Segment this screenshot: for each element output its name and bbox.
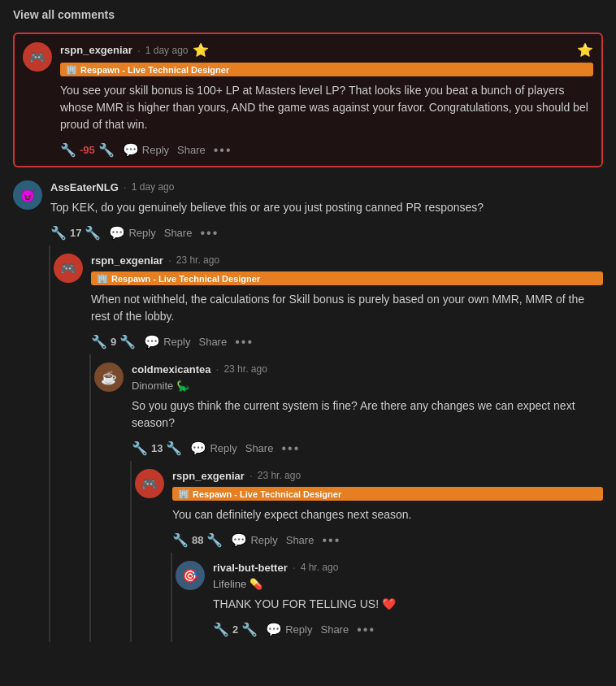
- comment-body-r2a1a: rspn_exgeniar · 23 hr. ago 🏢 Respawn - L…: [172, 469, 603, 548]
- comment-r2a1a: 🎮 rspn_exgeniar · 23 hr. ago 🏢 Respawn -…: [135, 461, 603, 553]
- avatar-c1: 🎮: [23, 42, 52, 72]
- vote-section-c1: 🔧 -95 🔧: [60, 142, 115, 158]
- reply-button-r2a1a[interactable]: 💬 Reply: [231, 532, 277, 548]
- downvote-icon-r2a1a1[interactable]: 🔧: [241, 622, 258, 637]
- comment-body-r2a1a1: rival-but-better · 4 hr. ago Lifeline 💊 …: [213, 561, 603, 637]
- featured-star-c1: ⭐: [577, 42, 593, 58]
- comment-body-r2a1: coldmexicantea · 23 hr. ago Dinomite 🦕 S…: [132, 363, 603, 456]
- avatar-r2a1: ☕: [94, 363, 124, 392]
- share-button-r2a[interactable]: Share: [198, 336, 227, 348]
- comment-header-r2a1: coldmexicantea · 23 hr. ago: [132, 363, 603, 376]
- reply-icon-r2a: 💬: [144, 334, 160, 350]
- username-r2a: rspn_exgeniar: [91, 254, 163, 267]
- time-r2a: 23 hr. ago: [176, 254, 219, 266]
- reply-thread-r2a: ☕ coldmexicantea · 23 hr. ago Dinomite 🦕…: [89, 354, 603, 642]
- share-button-c1[interactable]: Share: [177, 144, 206, 156]
- downvote-icon-c1[interactable]: 🔧: [98, 142, 115, 158]
- reply-thread-r2a1a: 🎯 rival-but-better · 4 hr. ago Lifeline: [171, 553, 603, 642]
- vote-section-r2a1a1: 🔧 2 🔧: [213, 622, 258, 637]
- reply-button-r2a1a1[interactable]: 💬 Reply: [266, 622, 312, 637]
- downvote-icon-c2[interactable]: 🔧: [85, 225, 101, 241]
- share-button-r2a1a1[interactable]: Share: [320, 623, 349, 636]
- reply-icon-r2a1a1: 💬: [266, 622, 282, 637]
- reply-icon-c1: 💬: [123, 142, 139, 158]
- time-r2a1: 23 hr. ago: [223, 363, 267, 375]
- username-r2a1: coldmexicantea: [132, 363, 211, 376]
- share-button-r2a1a[interactable]: Share: [286, 534, 315, 546]
- username-c2: AssEaterNLG: [50, 181, 119, 193]
- reply-icon-c2: 💬: [109, 225, 125, 241]
- comment-actions-r2a1a: 🔧 88 🔧 💬 Reply Share: [172, 532, 603, 548]
- comment-body-c1: rspn_exgeniar · 1 day ago ⭐ ⭐ 🏢 Respawn …: [60, 42, 593, 158]
- reply-button-c1[interactable]: 💬 Reply: [123, 142, 169, 158]
- comment-thread: 🎮 rspn_exgeniar · 1 day ago ⭐ ⭐ 🏢 Respaw…: [13, 33, 603, 642]
- share-button-r2a1[interactable]: Share: [245, 442, 274, 454]
- time-r2a1a1: 4 hr. ago: [301, 562, 339, 573]
- reply-button-c2[interactable]: 💬 Reply: [109, 225, 155, 241]
- comment-header-r2a1a: rspn_exgeniar · 23 hr. ago: [172, 469, 603, 482]
- more-icon-r2a1a1[interactable]: •••: [357, 623, 375, 637]
- view-all-comments[interactable]: View all comments: [13, 8, 603, 21]
- more-icon-c1[interactable]: •••: [214, 143, 232, 158]
- avatar-r2a: 🎮: [54, 254, 83, 283]
- time-c2: 1 day ago: [132, 181, 175, 193]
- time-r2a1a: 23 hr. ago: [258, 470, 301, 481]
- vote-section-r2a1: 🔧 13 🔧: [132, 441, 182, 456]
- upvote-icon-c2[interactable]: 🔧: [50, 225, 67, 241]
- vote-count-r2a1: 13: [151, 442, 163, 454]
- reply-icon-r2a1: 💬: [190, 441, 206, 456]
- username-c1: rspn_exgeniar: [60, 44, 132, 56]
- upvote-icon-c1[interactable]: 🔧: [60, 142, 76, 158]
- share-button-c2[interactable]: Share: [164, 227, 193, 239]
- comment-text-r2a1: So you guys think the current system is …: [132, 397, 603, 432]
- reply-button-r2a1[interactable]: 💬 Reply: [190, 441, 236, 456]
- upvote-icon-r2a1[interactable]: 🔧: [132, 441, 148, 456]
- comment-body-r2a: rspn_exgeniar · 23 hr. ago 🏢 Respawn - L…: [91, 254, 603, 350]
- vote-section-r2a: 🔧 9 🔧: [91, 334, 136, 350]
- upvote-icon-r2a[interactable]: 🔧: [91, 334, 107, 350]
- comment-body-c2: AssEaterNLG · 1 day ago Top KEK, do you …: [50, 180, 603, 241]
- reply-thread-c2: 🎮 rspn_exgeniar · 23 hr. ago 🏢 Respawn -…: [49, 245, 603, 642]
- comment-text-r2a1a1: THANK YOU FOR TELLING US! ❤️: [213, 596, 603, 613]
- comments-section: View all comments 🎮 rspn_exgeniar · 1 da…: [13, 8, 603, 642]
- avatar-c2: 😈: [13, 180, 42, 210]
- nickname-r2a1: Dinomite 🦕: [132, 380, 603, 392]
- role-badge-r2a1a: 🏢 Respawn - Live Technical Designer: [172, 487, 603, 501]
- comment-c2: 😈 AssEaterNLG · 1 day ago Top KEK, do yo…: [13, 172, 603, 245]
- more-icon-c2[interactable]: •••: [200, 226, 219, 241]
- nickname-r2a1a1: Lifeline 💊: [213, 578, 603, 590]
- role-badge-c1: 🏢 Respawn - Live Technical Designer: [60, 63, 593, 76]
- vote-section-r2a1a: 🔧 88 🔧: [172, 532, 223, 548]
- downvote-icon-r2a[interactable]: 🔧: [119, 334, 136, 350]
- more-icon-r2a1a[interactable]: •••: [322, 533, 341, 548]
- upvote-icon-r2a1a[interactable]: 🔧: [172, 532, 189, 548]
- upvote-icon-r2a1a1[interactable]: 🔧: [213, 622, 229, 637]
- comment-actions-r2a: 🔧 9 🔧 💬 Reply Share •••: [91, 334, 603, 350]
- avatar-r2a1a1: 🎯: [176, 561, 205, 590]
- reply-icon-r2a1a: 💬: [231, 532, 247, 548]
- comment-actions-r2a1: 🔧 13 🔧 💬 Reply Share •••: [132, 441, 603, 456]
- comment-c1: 🎮 rspn_exgeniar · 1 day ago ⭐ ⭐ 🏢 Respaw…: [13, 33, 603, 167]
- downvote-icon-r2a1[interactable]: 🔧: [166, 441, 182, 456]
- reply-thread-r2a1: 🎮 rspn_exgeniar · 23 hr. ago 🏢 Respawn -…: [130, 461, 603, 642]
- comment-text-r2a: When not withheld, the calculations for …: [91, 291, 603, 325]
- comment-actions-c2: 🔧 17 🔧 💬 Reply Share •••: [50, 225, 603, 241]
- comment-r2a: 🎮 rspn_exgeniar · 23 hr. ago 🏢 Respawn -…: [54, 245, 603, 354]
- more-icon-r2a1[interactable]: •••: [281, 441, 300, 456]
- comment-text-c1: You see your skill bonus is 100+ LP at M…: [60, 82, 593, 133]
- star-icon-c1: ⭐: [193, 42, 209, 58]
- downvote-icon-r2a1a[interactable]: 🔧: [206, 532, 223, 548]
- comment-text-c2: Top KEK, do you genuinely believe this o…: [50, 199, 603, 216]
- vote-count-c2: 17: [70, 227, 81, 239]
- comment-header-c1: rspn_exgeniar · 1 day ago ⭐ ⭐: [60, 42, 593, 58]
- more-icon-r2a[interactable]: •••: [235, 335, 254, 350]
- time-c1: 1 day ago: [145, 45, 189, 56]
- vote-count-r2a1a1: 2: [232, 623, 238, 636]
- comment-r2a1: ☕ coldmexicantea · 23 hr. ago Dinomite 🦕…: [94, 354, 603, 461]
- comment-actions-c1: 🔧 -95 🔧 💬 Reply Share •••: [60, 142, 593, 158]
- comment-text-r2a1a: You can definitely expect changes next s…: [172, 506, 603, 523]
- username-r2a1a1: rival-but-better: [213, 562, 288, 574]
- reply-button-r2a[interactable]: 💬 Reply: [144, 334, 190, 350]
- comment-header-r2a: rspn_exgeniar · 23 hr. ago: [91, 254, 603, 267]
- username-r2a1a: rspn_exgeniar: [172, 470, 245, 482]
